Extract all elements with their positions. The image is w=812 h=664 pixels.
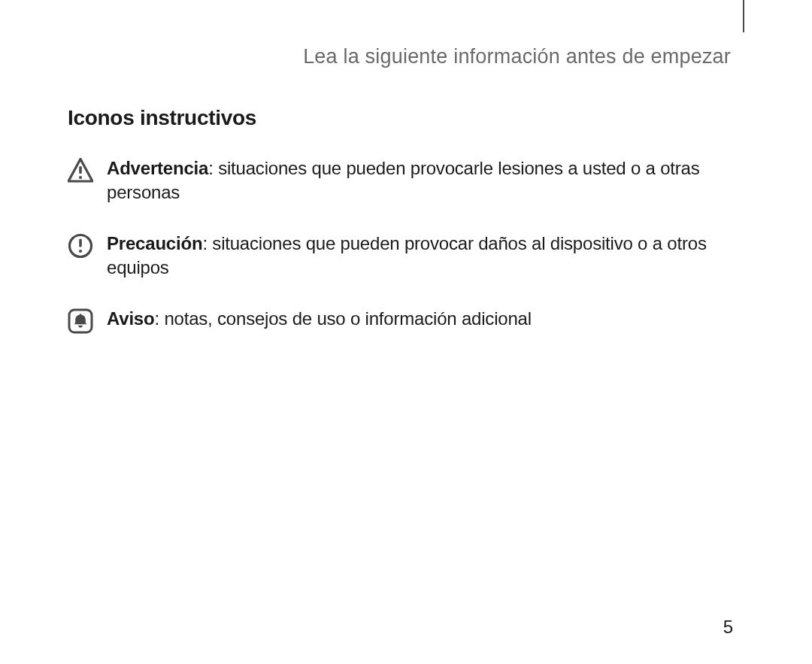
caution-text: Precaución: situaciones que pueden provo… <box>107 232 714 280</box>
svg-point-1 <box>79 176 82 179</box>
caution-label: Precaución <box>107 233 202 253</box>
caution-circle-icon <box>68 233 93 259</box>
warning-text: Advertencia: situaciones que pueden prov… <box>107 156 714 205</box>
note-text: Aviso: notas, consejos de uso o informac… <box>107 307 532 331</box>
svg-rect-3 <box>79 238 82 247</box>
warning-triangle-icon <box>68 158 93 183</box>
icon-row-warning: Advertencia: situaciones que pueden prov… <box>68 156 744 205</box>
page-header: Lea la siguiente información antes de em… <box>68 45 744 68</box>
svg-point-6 <box>80 314 82 316</box>
note-label: Aviso <box>107 308 154 329</box>
icon-row-caution: Precaución: situaciones que pueden provo… <box>68 232 744 280</box>
note-desc: : notas, consejos de uso o información a… <box>154 308 531 329</box>
svg-rect-0 <box>79 166 82 174</box>
svg-point-4 <box>79 250 82 253</box>
page-number: 5 <box>723 617 733 638</box>
icon-row-note: Aviso: notas, consejos de uso o informac… <box>68 307 744 334</box>
warning-label: Advertencia <box>107 158 208 178</box>
section-heading: Iconos instructivos <box>68 106 744 130</box>
note-bell-square-icon <box>68 308 93 334</box>
